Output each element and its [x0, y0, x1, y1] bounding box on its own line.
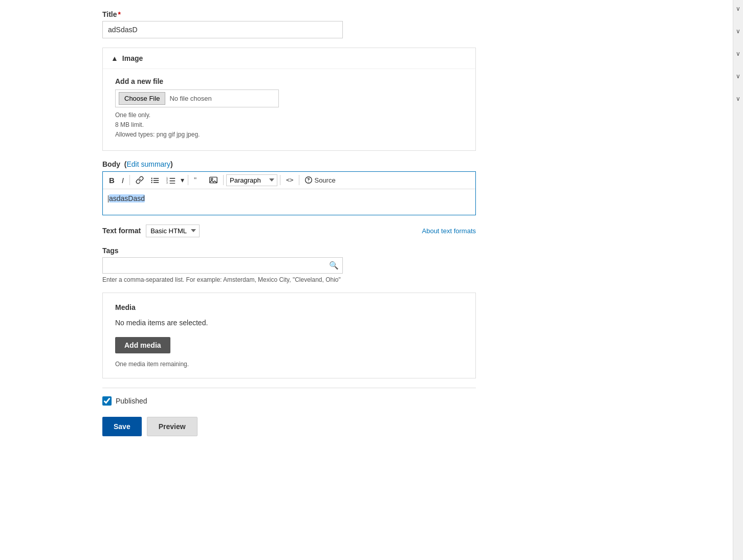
body-section: Body (Edit summary) B I [102, 160, 476, 215]
unordered-list-button[interactable] [148, 174, 162, 186]
preview-button[interactable]: Preview [147, 417, 198, 436]
svg-point-14 [211, 178, 213, 180]
tags-input-wrapper: 🔍 [102, 257, 343, 274]
media-title: Media [115, 303, 463, 311]
title-section: Title* [102, 10, 594, 38]
title-input[interactable] [102, 21, 343, 38]
published-checkbox[interactable] [102, 396, 112, 406]
action-buttons: Save Preview [102, 417, 594, 436]
svg-point-16 [309, 182, 309, 182]
file-hint-line1: One file only. [115, 110, 463, 120]
text-format-row: Text format Basic HTML About text format… [102, 225, 476, 237]
save-button[interactable]: Save [102, 417, 142, 436]
add-file-label: Add a new file [115, 77, 463, 85]
image-section-body: Add a new file Choose File No file chose… [103, 69, 475, 150]
required-indicator: * [118, 10, 121, 18]
choose-file-button[interactable]: Choose File [119, 92, 165, 105]
media-hint: One media item remaining. [115, 361, 463, 368]
text-cursor [108, 195, 108, 203]
tags-hint: Enter a comma-separated list. For exampl… [102, 276, 476, 283]
tags-section: Tags 🔍 Enter a comma-separated list. For… [102, 247, 476, 283]
svg-text:3.: 3. [166, 182, 168, 184]
ordered-list-button[interactable]: 1. 2. 3. [163, 174, 179, 186]
source-button[interactable]: Source [302, 174, 338, 186]
toolbar-divider-5 [299, 175, 299, 185]
image-section-header[interactable]: ▲ Image [103, 48, 475, 69]
published-row: Published [102, 396, 594, 406]
svg-text:": " [194, 176, 196, 184]
code-button[interactable]: <> [283, 174, 296, 186]
section-divider [102, 388, 476, 388]
image-insert-button[interactable] [206, 174, 221, 186]
toolbar-divider-4 [280, 175, 280, 185]
edit-summary-link[interactable]: Edit summary [126, 160, 170, 168]
toolbar-divider-3 [223, 175, 224, 185]
right-sidebar: ∨ ∨ ∨ ∨ ∨ [733, 0, 743, 560]
file-hint-line2: 8 MB limit. [115, 120, 463, 130]
published-label: Published [116, 397, 147, 405]
source-label: Source [314, 176, 335, 184]
tags-label: Tags [102, 247, 476, 255]
editor-selected-text: asdasDasd [109, 194, 145, 203]
link-button[interactable] [133, 174, 147, 186]
file-hints: One file only. 8 MB limit. Allowed types… [115, 110, 463, 140]
body-label: Body (Edit summary) [102, 160, 476, 168]
no-file-text: No file chosen [169, 95, 211, 102]
editor-toolbar: B I 1. 2. 3. [103, 172, 475, 189]
svg-point-4 [151, 182, 152, 183]
editor-content-area[interactable]: asdasDasd [103, 189, 475, 215]
body-label-text: Body [102, 160, 120, 168]
title-label-text: Title [102, 10, 117, 18]
sidebar-chevron-3[interactable]: ∨ [736, 50, 740, 57]
media-section: Media No media items are selected. Add m… [102, 293, 476, 378]
toolbar-divider-2 [188, 175, 188, 185]
svg-point-2 [151, 180, 152, 181]
paragraph-format-select[interactable]: Paragraph [226, 174, 277, 186]
collapse-icon: ▲ [111, 54, 118, 62]
blockquote-button[interactable]: " [191, 174, 205, 186]
image-section: ▲ Image Add a new file Choose File No fi… [102, 48, 476, 151]
no-media-text: No media items are selected. [115, 319, 463, 327]
sidebar-chevron-2[interactable]: ∨ [736, 28, 740, 35]
file-input-wrapper: Choose File No file chosen [115, 89, 279, 107]
text-format-label: Text format [102, 227, 141, 235]
svg-point-0 [151, 178, 152, 179]
search-icon: 🔍 [329, 261, 339, 270]
image-section-title: Image [122, 54, 143, 62]
tags-input[interactable] [102, 257, 343, 274]
title-label: Title* [102, 10, 594, 18]
about-text-formats-link[interactable]: About text formats [422, 227, 476, 235]
sidebar-chevron-4[interactable]: ∨ [736, 73, 740, 80]
text-format-left: Text format Basic HTML [102, 225, 200, 237]
text-format-select[interactable]: Basic HTML [146, 225, 200, 237]
body-editor: B I 1. 2. 3. [102, 171, 476, 215]
italic-button[interactable]: I [119, 174, 127, 187]
add-media-button[interactable]: Add media [115, 337, 170, 353]
bold-button[interactable]: B [106, 174, 118, 187]
sidebar-chevron-1[interactable]: ∨ [736, 5, 740, 12]
sidebar-chevron-5[interactable]: ∨ [736, 95, 740, 102]
ordered-list-dropdown[interactable]: ▾ [180, 174, 185, 186]
toolbar-divider-1 [129, 175, 130, 185]
file-hint-line3: Allowed types: png gif jpg jpeg. [115, 130, 463, 140]
